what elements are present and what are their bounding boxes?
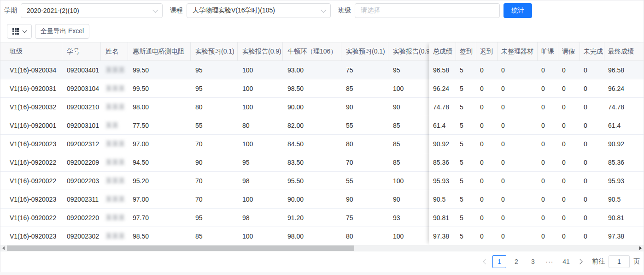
cell-score: 95.93 (604, 172, 644, 190)
table-row[interactable]: V1(16)-0920001092003101某某77.50558082.005… (0, 116, 429, 135)
semester-label: 学期 (4, 6, 17, 15)
cell-score: 0 (558, 61, 580, 79)
cell-score: 0 (558, 135, 580, 153)
grade-management-panel: 学期 2020-2021-(2)(10) 课程 大学物理实验V(16学时)(10… (0, 0, 644, 272)
cell-score: 98.50 (128, 227, 191, 245)
course-select-value: 大学物理实验V(16学时)(105) (193, 6, 275, 15)
export-excel-button[interactable]: 全量导出 Excel (35, 24, 89, 39)
cell-score: 97.38 (429, 227, 456, 245)
page-button-1[interactable]: 1 (492, 255, 506, 268)
table-row-fixed[interactable]: 97.3850000097.38 (429, 227, 644, 245)
table-row[interactable]: V1(16)-0920023092002302某某某98.508510098.0… (0, 227, 429, 245)
table-row-fixed[interactable]: 96.5850000096.58 (429, 61, 644, 79)
chevron-down-icon (152, 7, 158, 12)
cell-score: 84.50 (283, 135, 341, 153)
cell-score: 93 (388, 209, 429, 227)
page-button-3[interactable]: 3 (527, 255, 539, 268)
cell-score: 70 (191, 135, 238, 153)
cell-score: 90.00 (283, 190, 341, 209)
cell-score: 85 (341, 79, 388, 98)
column-header: 最终成绩 (604, 42, 644, 61)
cell-score: 95.93 (429, 172, 456, 190)
page-button-2[interactable]: 2 (510, 255, 523, 268)
semester-select[interactable]: 2020-2021-(2)(10) (21, 3, 163, 18)
cell-score: 95 (238, 153, 283, 172)
column-header: 未整理器材 (498, 42, 538, 61)
cell-score: 0 (580, 61, 604, 79)
scroll-right-icon[interactable] (639, 246, 642, 250)
cell-score: 96.58 (604, 61, 644, 79)
table-row[interactable]: V1(16)-0920022092002220某某某97.70959891.20… (0, 209, 429, 227)
table-row[interactable]: V1(16)-0920023092002312某某某97.007010084.5… (0, 135, 429, 153)
fixed-columns-table: 总成绩签到迟到未整理器材旷课请假未完成最终成绩 96.5850000096.58… (429, 42, 644, 245)
table-row-fixed[interactable]: 90.9250000090.92 (429, 135, 644, 153)
cell-score: 0 (538, 227, 558, 245)
cell-score: 55 (341, 116, 388, 135)
blurred-name: 某某某 (105, 66, 125, 73)
cell-class: V1(16)-0920023 (0, 190, 62, 209)
pagination: 123···41 前往 页 (0, 251, 644, 272)
table-row-fixed[interactable]: 85.3650000085.36 (429, 153, 644, 172)
table-row[interactable]: V1(16)-0920034092003401某某某99.509510093.0… (0, 61, 429, 79)
cell-score: 90.00 (283, 98, 341, 116)
scroll-left-icon[interactable] (2, 246, 5, 250)
cell-score: 90.5 (604, 190, 644, 209)
prev-page-icon[interactable] (479, 255, 491, 268)
cell-score: 85 (191, 227, 238, 245)
class-select[interactable]: 请选择 (355, 3, 500, 18)
table-row-fixed[interactable]: 90.550000090.5 (429, 190, 644, 209)
table-row[interactable]: V1(16)-0920022092002209某某某94.50909583.50… (0, 153, 429, 172)
cell-score: 90.81 (429, 209, 456, 227)
statistics-button[interactable]: 统计 (503, 3, 532, 18)
cell-name: 某某某 (101, 98, 128, 116)
cell-score: 0 (580, 209, 604, 227)
cell-score: 0 (476, 98, 498, 116)
table-row-fixed[interactable]: 95.9350000095.93 (429, 172, 644, 190)
column-settings-button[interactable] (7, 24, 32, 39)
cell-score: 90 (341, 190, 388, 209)
cell-class: V1(16)-0920031 (0, 79, 62, 98)
course-select[interactable]: 大学物理实验V(16学时)(105) (187, 3, 331, 18)
cell-score: 95 (388, 61, 429, 79)
cell-class: V1(16)-0920022 (0, 209, 62, 227)
table-row-fixed[interactable]: 61.450000061.4 (429, 116, 644, 135)
table-header-row: 总成绩签到迟到未整理器材旷课请假未完成最终成绩 (429, 42, 644, 61)
next-page-icon[interactable] (574, 255, 586, 268)
filter-bar: 学期 2020-2021-(2)(10) 课程 大学物理实验V(16学时)(10… (0, 0, 644, 21)
cell-class: V1(16)-0920023 (0, 135, 62, 153)
cell-student-id: 092002302 (62, 227, 101, 245)
scrollbar-thumb[interactable] (7, 245, 354, 251)
horizontal-scrollbar[interactable] (0, 245, 644, 251)
table-row[interactable]: V1(16)-0920031092003104某某某99.509510098.5… (0, 79, 429, 98)
chevron-down-icon (321, 7, 326, 12)
column-header: 未完成 (580, 42, 604, 61)
cell-score: 96.58 (429, 61, 456, 79)
cell-score: 90 (341, 98, 388, 116)
cell-score: 0 (498, 61, 538, 79)
table-fixed-columns: 总成绩签到迟到未整理器材旷课请假未完成最终成绩 96.5850000096.58… (429, 42, 644, 245)
cell-student-id: 092002209 (62, 153, 101, 172)
cell-score: 5 (456, 227, 476, 245)
table-row[interactable]: V1(16)-0920022092002203某某某95.20709895.50… (0, 172, 429, 190)
table-row[interactable]: V1(16)-0920023092002311某某某97.007010090.0… (0, 190, 429, 209)
cell-score: 0 (538, 79, 558, 98)
blurred-name: 某某某 (105, 103, 125, 110)
cell-class: V1(16)-0920023 (0, 227, 62, 245)
semester-select-value: 2020-2021-(2)(10) (27, 7, 79, 14)
cell-score: 70 (191, 190, 238, 209)
page-ellipsis[interactable]: ··· (543, 255, 556, 268)
cell-score: 0 (498, 227, 538, 245)
table-row-fixed[interactable]: 74.7850000074.78 (429, 98, 644, 116)
course-label: 课程 (170, 6, 183, 15)
page-number-input[interactable] (609, 255, 630, 268)
table-row-fixed[interactable]: 96.2450000096.24 (429, 79, 644, 98)
table-row[interactable]: V1(16)-0920032092003210某某某98.008010090.0… (0, 98, 429, 116)
column-header: 惠斯通电桥测电阻 (128, 42, 191, 61)
cell-score: 0 (498, 116, 538, 135)
cell-score: 0 (476, 79, 498, 98)
cell-score: 0 (498, 153, 538, 172)
cell-score: 0 (476, 153, 498, 172)
page-button-41[interactable]: 41 (560, 255, 573, 268)
table-row-fixed[interactable]: 90.8150000090.81 (429, 209, 644, 227)
table-header-row: 班级学号姓名惠斯通电桥测电阻实验预习(0.1)实验报告(0.9)牛顿环（理106… (0, 42, 429, 61)
